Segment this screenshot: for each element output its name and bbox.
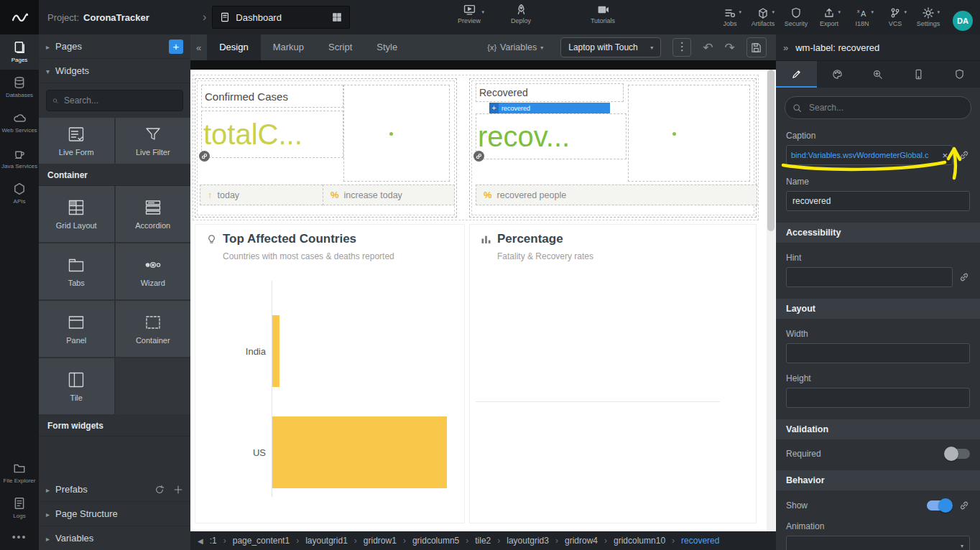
redo-icon[interactable]: ↷ [725,40,735,55]
widget-search-input[interactable] [63,95,177,106]
jobs-button[interactable]: Jobs [717,4,743,27]
breadcrumb-item-gridrow1[interactable]: gridrow1 [364,536,397,546]
card-percentage[interactable]: Percentage Fatality & Recovery rates [469,224,757,523]
drag-handle-icon[interactable]: + [489,103,499,113]
label-recovered-people[interactable]: % recovered people [476,185,757,205]
prefabs-section-header[interactable]: Prefabs [39,477,190,502]
name-field[interactable] [786,191,970,211]
vcs-button[interactable]: VCS [882,4,908,27]
add-page-button[interactable]: + [169,39,183,54]
sidebar-item-java-services[interactable]: Java Services [0,141,39,176]
breadcrumb-scroll-left-icon[interactable]: ◀ [198,537,203,545]
sidebar-item-pages[interactable]: Pages [0,34,39,70]
tab-inspect[interactable] [858,61,899,88]
label-recovered-title[interactable]: Recovered [476,83,624,102]
export-button[interactable]: Export [816,4,842,27]
empty-column-outline[interactable] [343,85,450,182]
pages-grid-icon[interactable] [332,12,342,22]
tab-markup[interactable]: Markup [261,34,316,60]
sidebar-item-apis[interactable]: APIs [0,176,39,211]
pages-section-header[interactable]: Pages + [39,34,190,59]
breadcrumb-item-page-content[interactable]: page_content1 [233,536,290,546]
preview-button[interactable]: Preview [453,4,486,24]
breadcrumb-item-recovered[interactable]: recovered [681,536,719,546]
app-logo[interactable] [0,0,39,34]
chevron-right-icon[interactable]: › [203,11,206,24]
widgets-section-header[interactable]: Widgets [39,59,190,83]
height-field[interactable] [786,388,970,408]
width-field[interactable] [786,343,970,363]
clear-binding-icon[interactable]: × [942,150,948,161]
widget-accordion[interactable]: Accordion [116,186,191,242]
sidebar-item-file-explorer[interactable]: File Explorer [0,455,39,490]
bar-india[interactable] [272,315,279,387]
required-toggle[interactable] [946,449,970,459]
breadcrumb-item-gridrow4[interactable]: gridrow4 [565,536,598,546]
sidebar-item-databases[interactable]: Databases [0,70,39,105]
widget-grid-layout[interactable]: Grid Layout [39,186,114,242]
selection-tag[interactable]: + recovered [489,103,610,113]
bind-link-icon[interactable] [958,500,970,511]
show-toggle[interactable] [927,500,951,511]
collapse-right-panel-icon[interactable]: » [783,42,788,53]
sidebar-item-web-services[interactable]: Web Services [0,105,39,140]
security-button[interactable]: Security [783,4,809,27]
save-button[interactable] [746,37,767,57]
tile-confirmed-cases[interactable]: Confirmed Cases totalC... ↑ today % incr… [195,78,457,218]
properties-search-input[interactable] [808,102,963,113]
tile-recovered[interactable]: Recovered + recovered recov... % recover… [469,78,757,218]
tab-devices[interactable] [898,61,939,88]
page-tab-dashboard[interactable]: Dashboard [212,6,350,29]
tab-script[interactable]: Script [316,34,364,60]
tab-security[interactable] [939,61,980,88]
artifacts-button[interactable]: Artifacts [750,4,776,27]
bind-link-icon[interactable] [958,271,970,283]
label-recovered-value[interactable]: recov... [476,113,627,159]
canvas-scrollbar[interactable] [767,70,775,531]
hint-field[interactable] [786,267,953,287]
add-prefab-icon[interactable] [173,485,183,495]
animation-select[interactable]: ▾ [786,536,970,550]
i18n-button[interactable]: xA I18N [849,4,875,27]
tab-properties[interactable] [776,61,817,88]
caption-field[interactable]: bind:Variables.wsvWordometerGlobal.c × [786,145,953,165]
widget-live-form[interactable]: Live Form [39,118,114,164]
breadcrumb-item-layoutgrid1[interactable]: layoutgrid1 [305,536,348,546]
collapse-left-panel-icon[interactable]: « [190,42,207,53]
refresh-icon[interactable] [154,485,165,495]
breadcrumb-item-gridcolumn10[interactable]: gridcolumn10 [614,536,665,546]
bound-label-dot[interactable] [389,132,393,136]
more-options-icon[interactable]: ⋮ [672,38,691,57]
undo-icon[interactable]: ↶ [703,40,713,55]
breadcrumb-item-layoutgrid3[interactable]: layoutgrid3 [507,536,549,546]
tab-styles[interactable] [817,61,858,88]
bound-label-dot[interactable] [672,132,676,136]
rail-more-icon[interactable]: ••• [0,526,39,550]
label-increase-today[interactable]: % increase today [323,185,455,205]
widget-panel[interactable]: Panel [39,301,114,357]
label-today[interactable]: ↑ today [200,185,330,205]
widget-tabs[interactable]: Tabs [39,243,114,299]
bar-us[interactable] [272,416,447,488]
empty-column-outline[interactable] [628,85,750,182]
page-structure-section-header[interactable]: Page Structure [39,502,190,526]
label-total-cases[interactable]: totalC... [201,111,343,158]
sidebar-item-logs[interactable]: Logs [0,490,39,526]
deploy-button[interactable]: Deploy [504,4,537,24]
widget-live-filter[interactable]: Live Filter [116,118,191,164]
tab-style[interactable]: Style [364,34,410,60]
settings-button[interactable]: Settings [915,4,941,27]
tutorials-button[interactable]: Tutorials [586,4,619,24]
variables-button[interactable]: {x} Variables ▾ [487,42,543,52]
breadcrumb-item-gridcolumn5[interactable]: gridcolumn5 [412,536,459,546]
design-canvas[interactable]: Confirmed Cases totalC... ↑ today % incr… [190,70,776,531]
breadcrumb-item-root[interactable]: :1 [210,536,217,546]
device-select[interactable]: Laptop with Touch ▾ [560,37,661,57]
bind-link-icon[interactable] [473,151,484,162]
card-top-affected-countries[interactable]: Top Affected Countries Countries with mo… [195,224,465,523]
widget-container[interactable]: Container [116,301,191,357]
bind-link-icon[interactable] [958,149,970,161]
label-confirmed-cases[interactable]: Confirmed Cases [201,85,343,108]
tab-design[interactable]: Design [207,34,260,60]
bind-link-icon[interactable] [199,151,210,162]
